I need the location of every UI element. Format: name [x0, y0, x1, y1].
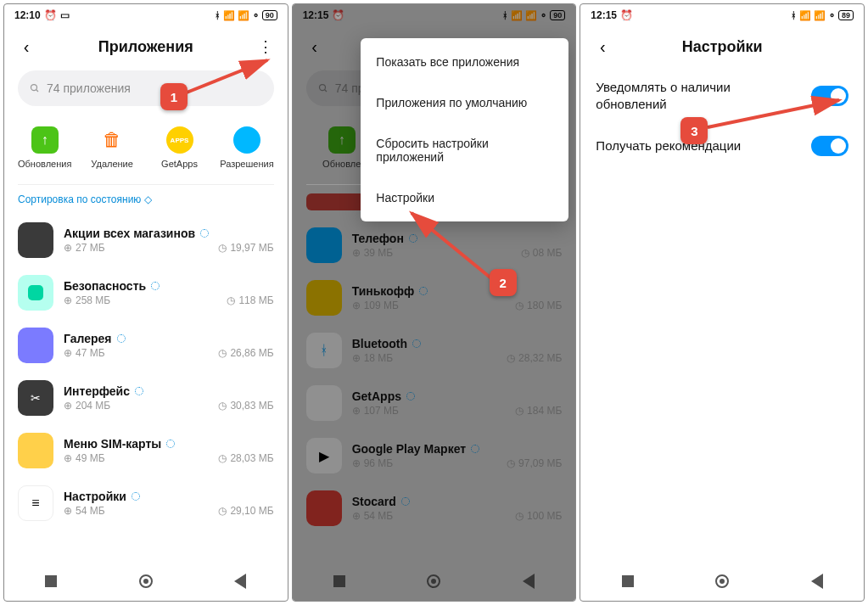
wifi-icon: ⚬: [828, 10, 836, 21]
loading-icon: [151, 282, 160, 290]
more-options-button[interactable]: ⋮: [250, 37, 281, 56]
apps-icon: APPS: [171, 137, 189, 144]
action-permissions[interactable]: Разрешения: [216, 126, 277, 169]
search-placeholder: 74 приложения: [47, 81, 131, 95]
memory-icon: ⊕: [64, 452, 72, 464]
memory-icon: ⊕: [64, 400, 72, 412]
alarm-icon: ⏰: [44, 9, 57, 21]
callout-badge-1: 1: [160, 83, 188, 110]
menu-overlay[interactable]: Показать все приложения Приложения по ум…: [293, 4, 576, 601]
app-icon: [18, 433, 53, 468]
status-time: 12:15: [591, 9, 617, 21]
loading-icon: [132, 492, 140, 501]
clock-icon: ◷: [218, 347, 227, 359]
callout-badge-2: 2: [490, 269, 517, 296]
setting-update-notify[interactable]: Уведомлять о наличии обновлений: [580, 67, 864, 124]
wifi-icon: ⚬: [252, 10, 260, 21]
nav-back-icon[interactable]: [234, 574, 246, 589]
app-icon: [18, 222, 53, 258]
sort-icon: ◇: [144, 193, 152, 205]
signal-icon: 📶: [223, 10, 235, 21]
list-item[interactable]: ≡ Настройки ⊕54 МБ◷29,10 МБ: [4, 477, 288, 529]
status-bar: 12:10 ⏰ ▭ ᚼ 📶 📶 ⚬ 90: [4, 4, 288, 26]
phone-screen-1: 12:10 ⏰ ▭ ᚼ 📶 📶 ⚬ 90 ‹ Приложения ⋮ 74 п…: [3, 3, 288, 602]
clock-icon: ◷: [218, 452, 227, 464]
app-list[interactable]: Акции всех магазинов ⊕27 МБ◷19,97 МБ Без…: [4, 214, 288, 562]
battery-icon: 89: [838, 10, 854, 20]
loading-icon: [117, 334, 126, 343]
divider: [18, 184, 274, 185]
upload-icon: ↑: [42, 132, 48, 148]
search-input[interactable]: 74 приложения: [18, 70, 274, 106]
list-item[interactable]: ✂ Интерфейс ⊕204 МБ◷30,83 МБ: [4, 372, 288, 424]
loading-icon: [166, 440, 175, 448]
nav-recent-icon[interactable]: [45, 575, 57, 587]
cast-icon: ▭: [60, 9, 70, 21]
memory-icon: ⊕: [64, 347, 72, 359]
screen-header: ‹ Приложения ⋮: [4, 26, 288, 67]
nav-bar: [580, 562, 864, 601]
menu-item-reset[interactable]: Сбросить настройки приложений: [361, 123, 568, 177]
list-item[interactable]: Галерея ⊕47 МБ◷26,86 МБ: [4, 319, 288, 372]
alarm-icon: ⏰: [620, 9, 633, 21]
page-title: Приложения: [42, 38, 250, 56]
action-updates[interactable]: ↑ Обновления: [14, 126, 76, 169]
nav-back-icon[interactable]: [811, 574, 823, 589]
phone-screen-3: 12:15 ⏰ ᚼ 📶 📶 ⚬ 89 ‹ Настройки Уведомлят…: [580, 3, 865, 602]
nav-bar: [4, 562, 288, 601]
phone-screen-2: 12:15 ⏰ ᚼ 📶 📶 ⚬ 90 ‹ 74 пр ↑ Обновле: [292, 3, 577, 602]
clock-icon: ◷: [218, 242, 227, 254]
clock-icon: ◷: [218, 505, 227, 517]
clock-icon: ◷: [227, 294, 235, 306]
svg-line-1: [36, 90, 39, 92]
back-button[interactable]: ‹: [587, 37, 618, 57]
page-title: Настройки: [618, 38, 826, 56]
app-icon: [18, 328, 53, 363]
menu-item-settings[interactable]: Настройки: [361, 177, 568, 218]
toggle-switch[interactable]: [811, 136, 848, 156]
clock-icon: ◷: [218, 400, 227, 412]
loading-icon: [135, 387, 143, 395]
search-icon: [30, 83, 40, 93]
nav-recent-icon[interactable]: [622, 575, 634, 587]
list-item[interactable]: Безопасность ⊕258 МБ◷118 МБ: [4, 266, 288, 319]
list-item[interactable]: Меню SIM-карты ⊕49 МБ◷28,03 МБ: [4, 424, 288, 477]
setting-recommendations[interactable]: Получать рекомендации: [580, 124, 864, 168]
quick-actions: ↑ Обновления 🗑 Удаление APPS GetApps Раз…: [11, 126, 281, 169]
screen-header: ‹ Настройки: [580, 26, 864, 67]
toggle-switch[interactable]: [811, 86, 848, 106]
status-time: 12:10: [14, 9, 41, 21]
loading-icon: [200, 229, 209, 238]
svg-point-0: [31, 85, 37, 91]
signal-icon: 📶: [814, 10, 826, 21]
memory-icon: ⊕: [64, 294, 72, 306]
menu-item-default-apps[interactable]: Приложения по умолчанию: [361, 82, 568, 123]
status-bar: 12:15 ⏰ ᚼ 📶 📶 ⚬ 89: [580, 4, 864, 26]
menu-item-show-all[interactable]: Показать все приложения: [361, 42, 568, 82]
bluetooth-icon: ᚼ: [215, 10, 221, 20]
memory-icon: ⊕: [64, 505, 72, 517]
nav-home-icon[interactable]: [715, 574, 729, 588]
trash-icon: 🗑: [103, 129, 121, 151]
signal-icon: 📶: [799, 10, 811, 21]
app-icon: [18, 275, 53, 311]
app-icon: ✂: [18, 380, 53, 416]
signal-icon: 📶: [238, 10, 249, 21]
battery-icon: 90: [262, 10, 277, 20]
bluetooth-icon: ᚼ: [791, 10, 797, 20]
app-icon: ≡: [18, 485, 53, 521]
sort-dropdown[interactable]: Сортировка по состоянию ◇: [18, 193, 274, 205]
options-menu: Показать все приложения Приложения по ум…: [361, 38, 568, 221]
list-item[interactable]: Акции всех магазинов ⊕27 МБ◷19,97 МБ: [4, 214, 288, 266]
nav-home-icon[interactable]: [139, 574, 153, 588]
action-getapps[interactable]: APPS GetApps: [149, 126, 210, 169]
memory-icon: ⊕: [64, 242, 72, 254]
callout-badge-3: 3: [680, 117, 708, 144]
back-button[interactable]: ‹: [11, 37, 42, 57]
action-delete[interactable]: 🗑 Удаление: [81, 126, 143, 169]
